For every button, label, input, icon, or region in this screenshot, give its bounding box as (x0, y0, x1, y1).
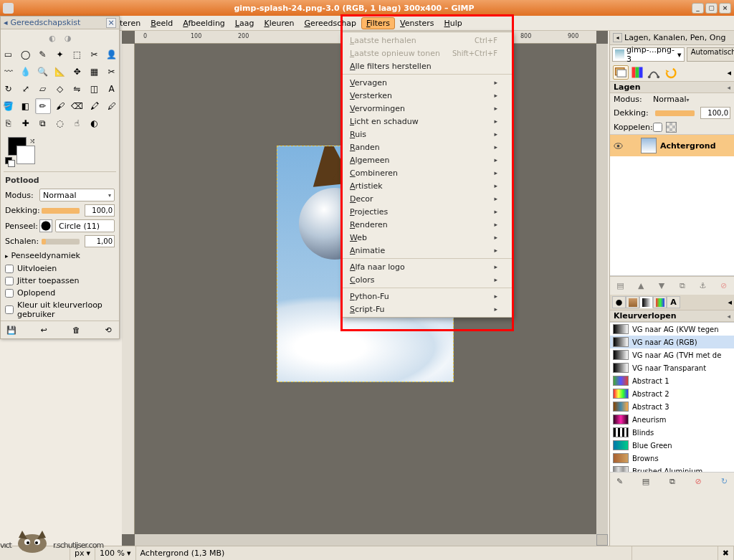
fadeout-check[interactable] (5, 265, 14, 273)
tool-dodge[interactable]: ◐ (87, 115, 103, 131)
gradient-item[interactable]: Blinds (610, 426, 734, 439)
menu-beeld[interactable]: Beeld (146, 17, 178, 29)
swap-colors-icon[interactable]: ⤭ (29, 137, 35, 145)
paint-mode-combo[interactable]: Normaal▾ (39, 189, 115, 201)
tool-pencil[interactable]: ✏ (35, 98, 51, 114)
gradient-item[interactable]: VG naar AG (RGB) (610, 336, 734, 348)
tool-scale[interactable]: ⤢ (18, 81, 34, 97)
tool-move[interactable]: ✥ (70, 64, 85, 80)
new-layer-icon[interactable]: ▤ (614, 279, 627, 293)
image-selector[interactable]: gimp-...png-3 ▾ (612, 47, 685, 62)
tool-paintbrush[interactable]: 🖌 (52, 98, 68, 114)
lower-layer-icon[interactable]: ▼ (655, 279, 669, 293)
horizontal-scrollbar[interactable] (135, 534, 596, 546)
tool-crop[interactable]: ✂ (104, 64, 120, 80)
lock-alpha-check[interactable] (653, 123, 662, 132)
menu-kleuren[interactable]: Kleuren (259, 17, 299, 29)
delete-layer-icon[interactable]: ⊘ (717, 279, 730, 293)
tab-patterns[interactable] (626, 296, 639, 308)
tab-fonts[interactable]: A (667, 296, 680, 308)
layers-list[interactable]: Achtergrond (610, 134, 734, 276)
menu-item-licht-en-schaduw[interactable]: Licht en schaduw▸ (341, 115, 512, 128)
menu-filters[interactable]: Filters (361, 17, 395, 29)
brush-preview-icon[interactable] (39, 219, 52, 232)
menu-item-vervormingen[interactable]: Vervormingen▸ (341, 102, 512, 115)
tool-fuzzy-select[interactable]: ✦ (52, 47, 68, 62)
anchor-layer-icon[interactable]: ⚓ (696, 279, 710, 293)
layer-opacity-slider[interactable] (655, 110, 695, 116)
menu-item-algemeen[interactable]: Algemeen▸ (341, 153, 512, 166)
tool-scissors[interactable]: ✂ (87, 47, 103, 62)
tab-gradients[interactable] (639, 296, 653, 308)
menu-item-artistiek[interactable]: Artistiek▸ (341, 179, 512, 192)
opacity-spin[interactable] (85, 204, 115, 217)
menu-afbeelding[interactable]: Afbeelding (178, 17, 230, 29)
tool-zoom[interactable]: 🔍 (35, 64, 51, 80)
incremental-check[interactable] (5, 289, 14, 298)
duplicate-gradient-icon[interactable]: ⧉ (665, 475, 679, 488)
tool-airbrush[interactable]: 🖍 (87, 98, 103, 114)
default-colors-icon[interactable] (5, 157, 14, 166)
tab-menu-icon[interactable]: ◂ (728, 298, 732, 307)
gradient-item[interactable]: Brushed Aluminium (610, 465, 734, 473)
tab-brushes[interactable]: ● (612, 296, 626, 308)
tool-text[interactable]: A (104, 81, 120, 97)
menu-item-animatie[interactable]: Animatie▸ (341, 244, 512, 257)
maximize-button[interactable]: ▢ (705, 3, 718, 14)
toolbox-close-icon[interactable]: × (106, 18, 116, 28)
vertical-scrollbar[interactable] (596, 44, 608, 534)
gradient-item[interactable]: Aneurism (610, 413, 734, 426)
gradient-item[interactable]: VG naar AG (TVH met de (610, 348, 734, 361)
menu-item-web[interactable]: Web▸ (341, 231, 512, 244)
menu-item-colors[interactable]: Colors▸ (341, 273, 512, 286)
tool-perspective[interactable]: ◇ (52, 81, 68, 97)
raise-layer-icon[interactable]: ▲ (634, 279, 648, 293)
tool-align[interactable]: ▦ (87, 64, 103, 80)
layer-mode-combo[interactable]: Normaal▾ (653, 95, 690, 104)
tool-measure[interactable]: 📐 (52, 64, 68, 80)
units-combo[interactable]: px ▾ (70, 546, 95, 560)
tool-perspective-clone[interactable]: ⧉ (35, 115, 51, 131)
menu-item-python-fu[interactable]: Python-Fu▸ (341, 290, 512, 303)
gradient-item[interactable]: Abstract 2 (610, 387, 734, 400)
tab-layers[interactable] (613, 65, 629, 80)
gradient-item[interactable]: VG naar AG (KVW tegen (610, 323, 734, 336)
jitter-check[interactable] (5, 277, 14, 285)
ruler-vertical[interactable] (122, 44, 135, 534)
scale-spin[interactable] (85, 235, 115, 247)
gradient-item[interactable]: Browns (610, 452, 734, 465)
tab-menu-icon[interactable]: ◂ (727, 68, 731, 77)
cancel-icon[interactable]: ✖ (718, 546, 734, 560)
menu-item-alle-filters-herstellen[interactable]: Alle filters herstellen (341, 60, 512, 72)
menu-vensters[interactable]: Vensters (395, 17, 439, 29)
menu-hulp[interactable]: Hulp (439, 17, 467, 29)
tab-channels[interactable] (629, 65, 645, 80)
tool-flip[interactable]: ⇋ (70, 81, 85, 97)
gradient-item[interactable]: VG naar Transparant (610, 361, 734, 374)
navigation-button[interactable] (596, 534, 608, 546)
tab-paths[interactable] (646, 65, 662, 80)
menu-item-vervagen[interactable]: Vervagen▸ (341, 76, 512, 89)
opacity-slider[interactable] (42, 208, 80, 214)
menu-item-script-fu[interactable]: Script-Fu▸ (341, 303, 512, 315)
auto-button[interactable]: Automatisch (687, 47, 734, 62)
tab-palettes[interactable] (653, 296, 667, 308)
gradient-item[interactable]: Abstract 3 (610, 400, 734, 413)
section-menu-icon[interactable]: ◂ (727, 84, 730, 91)
tool-eraser[interactable]: ⌫ (70, 98, 85, 114)
layer-opacity-spin[interactable] (700, 107, 730, 119)
tool-ink[interactable]: 🖊 (104, 98, 120, 114)
tool-shear[interactable]: ▱ (35, 81, 51, 97)
menu-item-randen[interactable]: Randen▸ (341, 141, 512, 153)
menu-item-versterken[interactable]: Versterken▸ (341, 89, 512, 102)
visibility-icon[interactable] (613, 141, 624, 151)
section-menu-icon[interactable]: ◂ (727, 313, 730, 320)
color-swatches[interactable]: ⤭ (5, 137, 119, 167)
tool-by-color-select[interactable]: ⬚ (70, 47, 85, 62)
tool-blend[interactable]: ◧ (18, 98, 34, 114)
menu-gereedschap[interactable]: Gereedschap (300, 17, 362, 29)
tool-rotate[interactable]: ↻ (1, 81, 16, 97)
delete-options-icon[interactable]: 🗑 (70, 323, 82, 336)
new-gradient-icon[interactable]: ▤ (639, 475, 653, 488)
tool-ellipse-select[interactable]: ◯ (18, 47, 34, 62)
